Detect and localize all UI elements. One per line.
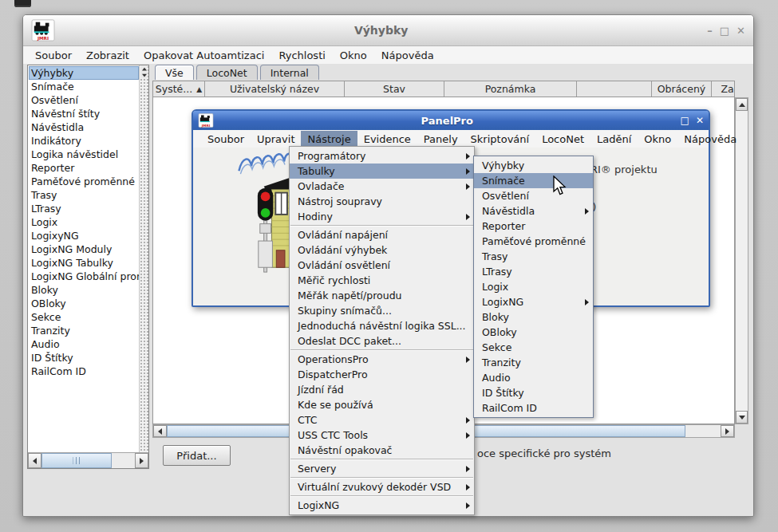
sidebar-item[interactable]: Tranzity <box>29 324 139 337</box>
column-header[interactable] <box>577 81 652 97</box>
menu-item[interactable]: Jednoduchá návěstní logika SSL... <box>290 318 474 333</box>
sidebar-item[interactable]: RailCom ID <box>29 365 139 378</box>
menu-item[interactable]: Jízdní řád <box>290 382 474 397</box>
sidebar-item[interactable]: LogixNG Moduly <box>29 242 139 256</box>
menu-item[interactable]: Osvětlení <box>474 188 593 203</box>
sidebar-item[interactable]: Sekce <box>29 310 139 324</box>
vyhybky-titlebar[interactable]: JMRI Výhybky – □ ✕ <box>23 15 753 46</box>
menu-item[interactable]: Skupiny snímačů... <box>290 303 474 318</box>
sidebar-item[interactable]: LogixyNG <box>29 229 139 242</box>
menu-item[interactable]: Ovládání osvětlení <box>290 258 474 273</box>
scrollbar-thumb[interactable] <box>41 453 112 468</box>
menu-item[interactable]: Návěstní opakovač <box>290 443 474 458</box>
menu-item[interactable]: Reporter <box>474 219 593 234</box>
column-header[interactable]: Systé...▲ <box>153 81 205 97</box>
sidebar-item[interactable]: Reporter <box>29 161 139 175</box>
menubar-item[interactable]: Soubor <box>201 131 251 148</box>
menu-item[interactable]: OBloky <box>474 325 593 340</box>
menu-item[interactable]: Měřič rychlosti <box>290 273 474 288</box>
sidebar-item[interactable]: Snímače <box>29 80 139 93</box>
menubar-item[interactable]: Nápověda <box>374 47 441 64</box>
menu-item[interactable]: LTrasy <box>474 264 593 279</box>
column-header[interactable]: Stav <box>345 81 444 97</box>
sidebar-item[interactable]: Audio <box>29 337 139 351</box>
menu-item[interactable]: CTC <box>290 412 474 428</box>
menu-item[interactable]: Ovladače <box>290 179 474 194</box>
sidebar-item[interactable]: ID Štítky <box>29 351 139 365</box>
menu-item[interactable]: Ovládání napájení <box>290 227 474 242</box>
menu-item[interactable]: RailCom ID <box>474 400 593 416</box>
minimize-button[interactable]: – <box>707 26 713 36</box>
scroll-up-icon[interactable] <box>736 98 748 111</box>
close-button[interactable]: ✕ <box>696 115 704 126</box>
column-header[interactable]: Uživatelský název <box>205 81 345 97</box>
menu-item[interactable]: Snímače <box>474 173 593 188</box>
scroll-left-icon[interactable] <box>28 453 41 468</box>
menu-item[interactable]: Kde se používá <box>290 397 474 412</box>
menu-item[interactable]: OperationsPro <box>290 352 474 367</box>
menu-item[interactable]: Návěstidla <box>474 203 593 219</box>
sidebar-item[interactable]: Paměťové proměnné <box>29 175 139 188</box>
menubar-item[interactable]: Ladění <box>590 131 638 148</box>
sidebar-item[interactable]: Osvětlení <box>29 93 139 107</box>
menu-item[interactable]: Hodiny <box>290 209 474 224</box>
sidebar-item[interactable]: LTrasy <box>29 202 139 215</box>
close-button[interactable]: ✕ <box>737 26 745 36</box>
menubar-item[interactable]: Soubor <box>28 47 79 64</box>
scroll-left-icon[interactable] <box>153 425 167 437</box>
menu-item[interactable]: Bloky <box>474 309 593 325</box>
panelpro-titlebar[interactable]: JMRI PanelPro □ ✕ <box>193 111 709 130</box>
scroll-down-icon[interactable] <box>736 411 748 424</box>
menu-item[interactable]: Tabulky <box>290 164 474 179</box>
column-header[interactable]: Za <box>712 81 735 97</box>
menu-item[interactable]: Nástroj soupravy <box>290 194 474 209</box>
tab[interactable]: Vše <box>155 65 194 80</box>
scroll-right-icon[interactable] <box>721 425 734 437</box>
menubar-item[interactable]: Upravit <box>251 131 301 148</box>
tab[interactable]: LocoNet <box>196 65 258 80</box>
menubar-item[interactable]: Rychlosti <box>271 47 332 64</box>
sidebar-item[interactable]: Logika návěstidel <box>29 148 139 161</box>
sidebar-item[interactable]: Výhybky <box>29 66 139 80</box>
menu-item[interactable]: Měřák napětí/proudu <box>290 288 474 303</box>
menu-item[interactable]: Programátory <box>290 148 474 164</box>
menu-item[interactable]: LogixNG <box>474 294 593 309</box>
menubar-item[interactable]: Zobrazit <box>79 47 136 64</box>
menubar-item[interactable]: Nápověda <box>677 131 743 148</box>
sidebar-item[interactable]: Bloky <box>29 283 139 297</box>
sidebar-item[interactable]: LogixNG Globální prom <box>29 270 139 283</box>
menu-item[interactable]: LogixNG <box>290 498 474 513</box>
sidebar-item[interactable]: Logix <box>29 215 139 229</box>
tab[interactable]: Internal <box>260 65 319 80</box>
menu-item[interactable]: Výhybky <box>474 158 593 173</box>
sidebar-item[interactable]: Indikátory <box>29 134 139 148</box>
sidebar-vertical-scrollbar[interactable] <box>139 65 148 453</box>
scroll-down-icon[interactable] <box>140 72 148 78</box>
add-button[interactable]: Přidat... <box>163 445 231 466</box>
menu-item[interactable]: Sekce <box>474 340 593 355</box>
scroll-right-icon[interactable] <box>135 453 148 468</box>
menu-item[interactable]: DispatcherPro <box>290 367 474 382</box>
column-header[interactable]: Obrácený <box>652 81 712 97</box>
menu-item[interactable]: Tranzity <box>474 355 593 370</box>
menubar-item[interactable]: Nástroje <box>301 131 357 148</box>
sidebar-item[interactable]: LogixNG Tabulky <box>29 256 139 270</box>
menu-item[interactable]: Virtuální zvukový dekodér VSD <box>290 479 474 495</box>
menubar-item[interactable]: Opakovat Autoamtizaci <box>136 47 271 64</box>
menu-item[interactable]: Paměťové proměnné <box>474 234 593 249</box>
menubar-item[interactable]: Panely <box>417 131 464 148</box>
menu-item[interactable]: ID Štítky <box>474 385 593 400</box>
maximize-button[interactable]: □ <box>720 26 729 36</box>
maximize-button[interactable]: □ <box>681 115 689 126</box>
menubar-item[interactable]: Okno <box>333 47 374 64</box>
sidebar-item[interactable]: Trasy <box>29 188 139 202</box>
menu-item[interactable]: Trasy <box>474 249 593 264</box>
scroll-up-icon[interactable] <box>140 65 148 72</box>
menu-item[interactable]: USS CTC Tools <box>290 428 474 443</box>
menu-item[interactable]: Servery <box>290 461 474 476</box>
sidebar-item[interactable]: Návěstní štíty <box>29 107 139 120</box>
menu-item[interactable]: Logix <box>474 279 593 294</box>
sidebar-horizontal-scrollbar[interactable] <box>28 452 148 468</box>
menu-item[interactable]: Ovládání výhybek <box>290 242 474 258</box>
column-header[interactable]: Poznámka <box>444 81 577 97</box>
